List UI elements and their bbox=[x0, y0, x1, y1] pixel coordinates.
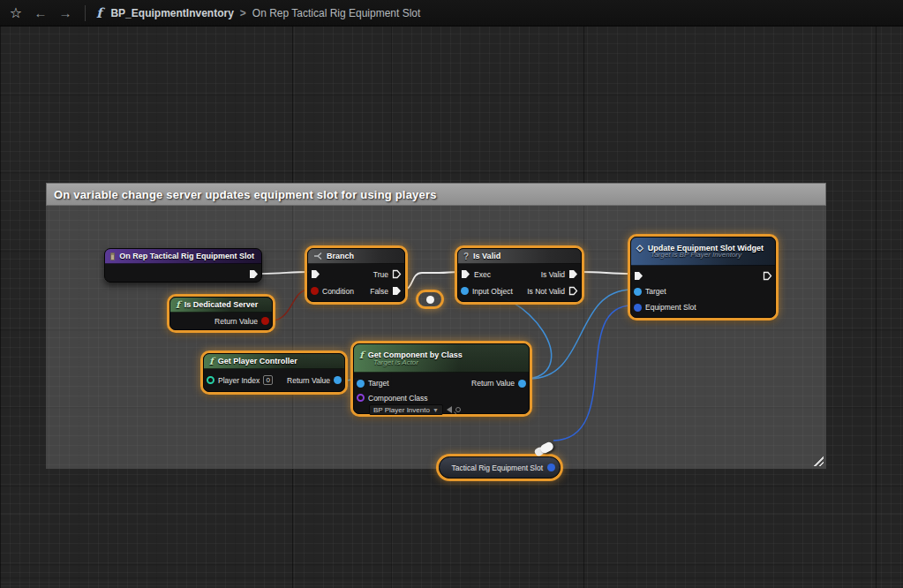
pin-label-return-value: Return Value bbox=[287, 376, 330, 385]
node-title: Get Player Controller bbox=[218, 357, 297, 366]
pin-label-return-value: Return Value bbox=[214, 317, 258, 326]
forward-icon[interactable]: → bbox=[53, 5, 78, 20]
node-get-player-controller[interactable]: f Get Player Controller Player Index 0 R… bbox=[203, 353, 345, 392]
exec-in-pin[interactable] bbox=[634, 271, 643, 281]
toolbar-divider bbox=[85, 5, 86, 21]
comment-title[interactable]: On variable change server updates equipm… bbox=[46, 183, 826, 206]
browse-icon[interactable] bbox=[455, 407, 461, 412]
is-not-valid-exec-pin[interactable] bbox=[568, 286, 578, 296]
node-get-component-by-class[interactable]: f Get Component by Class Target is Actor… bbox=[353, 343, 530, 414]
graph-canvas[interactable]: On variable change server updates equipm… bbox=[0, 26, 903, 588]
player-index-pin[interactable] bbox=[207, 376, 214, 384]
dropdown-caret-icon: ▼ bbox=[433, 407, 439, 413]
function-icon: f bbox=[96, 5, 102, 21]
player-index-value[interactable]: 0 bbox=[263, 375, 273, 385]
component-class-pin[interactable] bbox=[357, 394, 365, 402]
variable-out-pin[interactable] bbox=[547, 464, 555, 471]
pin-label-target: Target bbox=[645, 287, 666, 296]
function-icon: f bbox=[359, 351, 364, 360]
condition-pin[interactable] bbox=[311, 287, 319, 295]
exec-in-pin[interactable] bbox=[461, 269, 470, 279]
favorite-star-icon[interactable]: ☆ bbox=[4, 4, 28, 21]
use-asset-icon[interactable] bbox=[447, 406, 452, 413]
pin-label-equipment-slot: Equipment Slot bbox=[645, 303, 696, 312]
node-subtitle: Target is BP Player Inventory bbox=[651, 251, 768, 259]
true-exec-pin[interactable] bbox=[392, 269, 402, 279]
comment-resize-handle[interactable] bbox=[811, 454, 824, 466]
back-icon[interactable]: ← bbox=[28, 5, 53, 20]
graph-toolbar: ☆ ← → f BP_EquipmentInventory > On Rep T… bbox=[0, 0, 903, 26]
node-title: On Rep Tactical Rig Equipment Slot bbox=[119, 252, 254, 260]
pin-label-target: Target bbox=[368, 379, 389, 388]
target-pin[interactable] bbox=[357, 380, 365, 388]
pin-label-return-value: Return Value bbox=[471, 379, 515, 388]
pin-label-true: True bbox=[373, 270, 388, 279]
comment-box[interactable]: On variable change server updates equipm… bbox=[46, 183, 826, 469]
node-branch[interactable]: Branch True Condition bbox=[307, 248, 405, 302]
pin-label-is-not-valid: Is Not Valid bbox=[527, 287, 565, 296]
false-exec-pin[interactable] bbox=[392, 286, 402, 296]
pin-label-is-valid: Is Valid bbox=[541, 270, 565, 279]
variable-label: Tactical Rig Equipment Slot bbox=[452, 464, 543, 472]
pin-label-false: False bbox=[370, 287, 388, 296]
breadcrumb-chevron-icon: > bbox=[240, 7, 246, 19]
pin-label-component-class: Component Class bbox=[368, 394, 428, 403]
pin-label-player-index: Player Index bbox=[218, 376, 260, 385]
pin-label-input-object: Input Object bbox=[472, 287, 513, 296]
node-subtitle: Target is Actor bbox=[373, 358, 522, 366]
node-is-valid[interactable]: ? Is Valid Exec Is Valid bbox=[457, 248, 582, 302]
target-pin[interactable] bbox=[634, 288, 642, 296]
node-title: Is Valid bbox=[473, 252, 500, 260]
node-get-tactical-rig-equipment-slot[interactable]: Tactical Rig Equipment Slot bbox=[439, 456, 561, 479]
blueprint-editor: ☆ ← → f BP_EquipmentInventory > On Rep T… bbox=[0, 0, 903, 588]
node-title: Is Dedicated Server bbox=[184, 300, 259, 309]
equipment-slot-pin[interactable] bbox=[634, 304, 642, 312]
node-on-rep-tactical-rig-equipment-slot[interactable]: On Rep Tactical Rig Equipment Slot bbox=[104, 248, 262, 283]
return-value-pin[interactable] bbox=[518, 380, 526, 388]
reroute-node[interactable] bbox=[416, 290, 444, 309]
breadcrumb-blueprint[interactable]: BP_EquipmentInventory bbox=[110, 7, 233, 19]
pin-label-exec: Exec bbox=[474, 270, 491, 279]
pin-label-condition: Condition bbox=[322, 287, 354, 296]
event-icon bbox=[110, 253, 115, 260]
is-valid-exec-pin[interactable] bbox=[568, 269, 578, 279]
function-icon: f bbox=[176, 300, 180, 310]
function-icon: f bbox=[209, 357, 214, 366]
return-value-pin[interactable] bbox=[334, 376, 342, 384]
node-is-dedicated-server[interactable]: f Is Dedicated Server Return Value bbox=[169, 297, 273, 330]
exec-in-pin[interactable] bbox=[311, 269, 320, 279]
component-class-dropdown[interactable]: BP Player Invento ▼ bbox=[369, 404, 443, 415]
breadcrumb-graph[interactable]: On Rep Tactical Rig Equipment Slot bbox=[252, 7, 421, 19]
return-value-pin[interactable] bbox=[261, 317, 269, 325]
question-icon: ? bbox=[463, 252, 469, 261]
reroute-pin[interactable] bbox=[426, 296, 434, 304]
branch-icon bbox=[313, 252, 322, 260]
component-class-value: BP Player Invento bbox=[373, 406, 430, 414]
exec-out-pin[interactable] bbox=[249, 269, 259, 279]
node-title: Branch bbox=[327, 252, 354, 260]
input-object-pin[interactable] bbox=[461, 287, 469, 295]
exec-out-pin[interactable] bbox=[763, 271, 772, 281]
node-update-equipment-slot-widget[interactable]: ◇ Update Equipment Slot Widget Target is… bbox=[630, 237, 776, 318]
widget-diamond-icon: ◇ bbox=[636, 244, 643, 253]
